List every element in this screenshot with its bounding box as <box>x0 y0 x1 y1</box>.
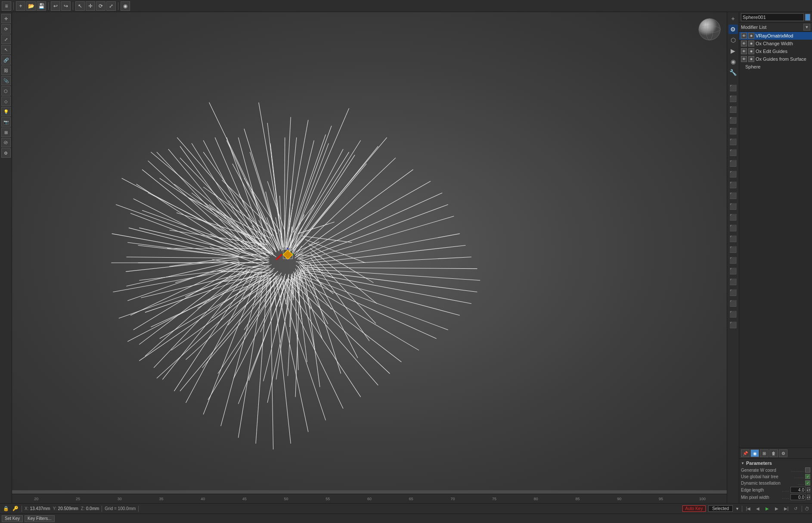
right-tool-10[interactable]: ⬛ <box>728 180 738 190</box>
select-btn[interactable]: ↖ <box>75 1 85 11</box>
next-frame-btn[interactable]: ▶ <box>773 505 780 512</box>
right-tool-5[interactable]: ⬛ <box>728 126 738 136</box>
left-tool-lights[interactable]: 💡 <box>1 107 11 116</box>
right-tool-15[interactable]: ⬛ <box>728 234 738 243</box>
right-tool-6[interactable]: ⬛ <box>728 137 738 146</box>
left-tool-unlink[interactable]: ⛓ <box>1 65 11 75</box>
param-checkbox-gen-w[interactable] <box>805 467 810 473</box>
modifier-item-guidessurf[interactable]: 👁 ◉ Ox Guides from Surface <box>739 55 812 63</box>
modifier-vis-vray[interactable]: ◉ <box>748 33 754 39</box>
svg-line-20 <box>302 257 471 266</box>
modifier-item-editguides[interactable]: 👁 ◉ Ox Edit Guides <box>739 47 812 55</box>
right-tool-3[interactable]: ⬛ <box>728 105 738 114</box>
status-key-icon[interactable]: 🔑 <box>12 505 19 512</box>
modifier-item-width[interactable]: 👁 ◉ Ox Change Width <box>739 40 812 47</box>
right-tool-18[interactable]: ⬛ <box>728 266 738 276</box>
left-tool-systems[interactable]: ⚙ <box>1 148 11 158</box>
new-btn[interactable]: + <box>16 1 25 11</box>
undo-btn[interactable]: ↩ <box>51 1 60 11</box>
right-tool-22[interactable]: ⬛ <box>728 309 738 319</box>
svg-line-25 <box>298 272 460 315</box>
left-tool-rotate[interactable]: ⟳ <box>1 24 11 34</box>
save-btn[interactable]: 💾 <box>37 1 46 11</box>
prev-frame-btn[interactable]: ◀ <box>754 505 761 512</box>
left-tool-move[interactable]: ✛ <box>1 14 11 23</box>
scene-color-box[interactable] <box>805 14 810 21</box>
key-filters-btn[interactable]: Key Filters... <box>25 515 55 522</box>
left-tool-shapes[interactable]: ◇ <box>1 97 11 106</box>
modifier-item-vray[interactable]: 👁 ◉ VRayOrnatrixMod <box>739 32 812 40</box>
left-tool-scale[interactable]: ⤢ <box>1 34 11 44</box>
next-key-btn[interactable]: ▶| <box>783 505 790 512</box>
status-lock-icon[interactable]: 🔒 <box>3 505 9 512</box>
selected-dropdown[interactable]: Selected <box>708 505 733 512</box>
hierarchy-icon[interactable]: ⬡ <box>728 35 738 45</box>
param-input-min-pixel[interactable] <box>790 494 806 500</box>
time-scrub-icon[interactable]: ⏱ <box>805 506 809 511</box>
param-checkbox-global-hair[interactable]: ✓ <box>805 474 810 479</box>
mod-tool-config[interactable]: ⚙ <box>779 449 787 457</box>
prev-key-btn[interactable]: |◀ <box>745 505 752 512</box>
scene-name-input[interactable] <box>741 13 804 21</box>
set-key-btn[interactable]: Set Key <box>2 515 23 522</box>
left-tool-select[interactable]: ↖ <box>1 45 11 54</box>
move-btn[interactable]: ✛ <box>86 1 95 11</box>
modifier-vis-guidessurf[interactable]: ◉ <box>748 56 754 62</box>
right-tool-2[interactable]: ⬛ <box>728 94 738 103</box>
render-btn[interactable]: ◉ <box>121 1 130 11</box>
loop-btn[interactable]: ↺ <box>792 505 799 512</box>
right-tool-21[interactable]: ⬛ <box>728 299 738 308</box>
modifier-item-sphere[interactable]: Sphere <box>739 63 812 71</box>
left-tool-cameras[interactable]: 📷 <box>1 117 11 127</box>
open-btn[interactable]: 📂 <box>26 1 36 11</box>
rotate-btn[interactable]: ⟳ <box>96 1 105 11</box>
right-tool-11[interactable]: ⬛ <box>728 191 738 200</box>
modifier-eye-width[interactable]: 👁 <box>741 40 747 47</box>
param-input-edge-len[interactable] <box>790 487 806 493</box>
right-tool-12[interactable]: ⬛ <box>728 202 738 211</box>
left-tool-bind[interactable]: 📎 <box>1 76 11 85</box>
modifier-vis-width[interactable]: ◉ <box>748 40 754 47</box>
right-tool-13[interactable]: ⬛ <box>728 212 738 222</box>
param-spinner-edge-len[interactable]: ▲▼ <box>807 487 810 492</box>
viewport[interactable]: 20 25 30 35 40 45 50 55 60 65 70 75 80 8… <box>12 12 727 503</box>
right-tool-1[interactable]: ⬛ <box>728 83 738 93</box>
left-tool-geo[interactable]: ⬡ <box>1 86 11 96</box>
param-checkbox-dyn-tess[interactable]: ✓ <box>805 480 810 486</box>
mod-tool-make-unique[interactable]: ⊞ <box>760 449 769 457</box>
selected-dropdown-arrow[interactable]: ▼ <box>735 507 739 511</box>
scale-btn[interactable]: ⤢ <box>106 1 116 11</box>
mod-tool-show-result[interactable]: ◉ <box>750 449 759 457</box>
right-tool-20[interactable]: ⬛ <box>728 288 738 297</box>
left-tool-helpers[interactable]: ⊞ <box>1 128 11 137</box>
modify-icon[interactable]: ⚙ <box>728 25 738 34</box>
right-tool-16[interactable]: ⬛ <box>728 245 738 254</box>
utilities-icon[interactable]: 🔧 <box>728 68 738 77</box>
right-tool-8[interactable]: ⬛ <box>728 159 738 168</box>
motion-icon[interactable]: ▶ <box>728 46 738 56</box>
right-tool-17[interactable]: ⬛ <box>728 255 738 265</box>
modifier-eye-guidessurf[interactable]: 👁 <box>741 56 747 62</box>
right-tool-19[interactable]: ⬛ <box>728 277 738 286</box>
param-spinner-min-pixel[interactable]: ▲▼ <box>807 495 810 500</box>
right-tool-23[interactable]: ⬛ <box>728 320 738 330</box>
left-tool-link[interactable]: 🔗 <box>1 55 11 65</box>
modifier-eye-vray[interactable]: 👁 <box>741 33 747 39</box>
redo-btn[interactable]: ↪ <box>61 1 71 11</box>
play-btn[interactable]: ▶ <box>764 505 771 512</box>
right-tool-4[interactable]: ⬛ <box>728 115 738 125</box>
mod-tool-remove[interactable]: 🗑 <box>769 449 778 457</box>
right-tool-9[interactable]: ⬛ <box>728 169 738 179</box>
right-tool-14[interactable]: ⬛ <box>728 223 738 233</box>
modifier-vis-editguides[interactable]: ◉ <box>748 48 754 54</box>
mod-tool-pin[interactable]: 📌 <box>741 449 750 457</box>
create-icon[interactable]: + <box>728 14 738 23</box>
auto-key-btn[interactable]: Auto Key <box>682 505 706 512</box>
left-tool-space[interactable]: 〄 <box>1 138 11 147</box>
menu-file[interactable]: ≡ <box>2 1 11 11</box>
modifier-eye-editguides[interactable]: 👁 <box>741 48 747 54</box>
svg-point-226 <box>699 19 720 40</box>
display-icon[interactable]: ◉ <box>728 57 738 66</box>
right-tool-7[interactable]: ⬛ <box>728 148 738 157</box>
modifier-list-dropdown[interactable]: ▼ <box>803 24 810 31</box>
